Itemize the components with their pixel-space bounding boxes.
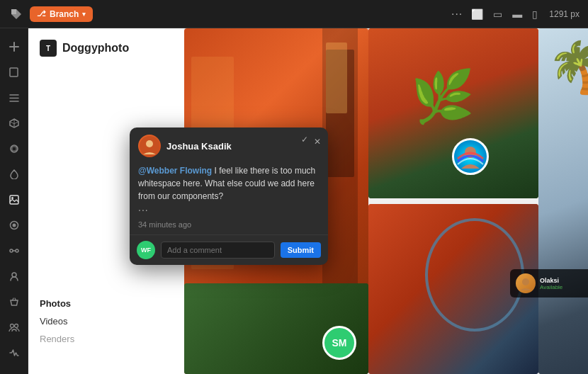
svg-point-9 (10, 324, 13, 328)
brand-name: Doggyphoto (62, 42, 129, 55)
monitor-icon[interactable]: ▬ (512, 8, 522, 20)
app-logo[interactable] (9, 6, 24, 22)
svg-point-3 (11, 197, 13, 199)
mobile-icon[interactable]: ▯ (532, 8, 538, 20)
content-area: T Doggyphoto Photos Videos Renders 🌴 (28, 28, 588, 374)
sidebar-item-page[interactable] (3, 61, 26, 84)
popup-comment-text: @Webber Flowing I feel like there is too… (138, 164, 320, 203)
avatar-sm[interactable]: SM (322, 326, 356, 360)
panel-nav-videos[interactable]: Videos (40, 312, 173, 330)
svg-rect-2 (10, 196, 18, 204)
sidebar-item-team[interactable] (3, 316, 26, 339)
commenter-avatar: WF (137, 241, 155, 259)
user-card-avatar (516, 273, 536, 293)
desktop-icon[interactable]: ⬜ (471, 8, 483, 20)
topbar: ⎇ Branch ▾ ··· ⬜ ▭ ▬ ▯ 1291 px (0, 0, 588, 28)
panel-nav-renders[interactable]: Renders (40, 330, 173, 348)
svg-point-7 (16, 249, 18, 252)
user-card-info: Olaksi Available (540, 277, 582, 290)
sidebar-item-drops[interactable] (3, 163, 26, 186)
sidebar-item-layers[interactable] (3, 137, 26, 160)
svg-point-6 (10, 249, 13, 252)
branch-icon: ⎇ (37, 9, 46, 18)
px-value: 1291 px (549, 9, 579, 19)
sidebar-item-menu[interactable] (3, 86, 26, 109)
user-card[interactable]: Olaksi Available (510, 269, 588, 298)
sidebar-item-connect[interactable] (3, 239, 26, 262)
popup-confirm-icon[interactable]: ✓ (301, 135, 308, 144)
sidebar-item-basket[interactable] (3, 290, 26, 313)
sidebar-item-shapes[interactable] (3, 214, 26, 237)
popup-username: Joshua Ksadik (166, 141, 232, 152)
user-card-status: Available (540, 284, 582, 290)
branch-label: Branch (50, 9, 79, 19)
topbar-view-icons: ⬜ ▭ ▬ ▯ (471, 8, 538, 20)
sidebar-item-user[interactable] (3, 265, 26, 288)
svg-point-10 (14, 324, 18, 328)
popup-header: Joshua Ksadik ✓ ✕ (130, 128, 328, 162)
avatar-sm-initials: SM (332, 337, 347, 348)
panel-nav-photos[interactable]: Photos (40, 295, 173, 312)
left-sidebar (0, 28, 28, 374)
popup-comment-input-area: WF Submit (130, 234, 328, 265)
tablet-icon[interactable]: ▭ (493, 8, 502, 20)
svg-point-20 (146, 140, 153, 147)
user-card-name: Olaksi (540, 277, 582, 284)
chevron-down-icon: ▾ (82, 11, 86, 18)
popup-close-icon[interactable]: ✕ (314, 137, 321, 147)
popup-timestamp: 34 minutes ago (138, 220, 320, 229)
svg-rect-0 (10, 68, 18, 76)
svg-point-18 (522, 278, 529, 285)
brand-icon: T (40, 40, 57, 57)
popup-mention: @Webber Flowing (138, 166, 212, 176)
comment-input[interactable] (161, 242, 275, 259)
comment-popup: Joshua Ksadik ✓ ✕ @Webber Flowing I feel… (130, 128, 328, 265)
popup-user-avatar (138, 135, 161, 157)
plant-decoration: 🌿 (411, 71, 475, 122)
submit-button[interactable]: Submit (281, 242, 321, 258)
popup-body: @Webber Flowing I feel like there is too… (130, 162, 328, 234)
brand-logo: T Doggyphoto (40, 40, 173, 57)
topbar-more-icon[interactable]: ··· (448, 5, 465, 23)
canvas-image-far-right: 🌴 (538, 28, 588, 374)
sidebar-item-pulse[interactable] (3, 341, 26, 364)
popup-options-icon[interactable]: ··· (138, 204, 149, 215)
sidebar-item-add[interactable] (3, 35, 26, 58)
main-layout: T Doggyphoto Photos Videos Renders 🌴 (0, 28, 588, 374)
svg-point-8 (12, 273, 16, 277)
sidebar-item-cube[interactable] (3, 112, 26, 135)
avatar-teal[interactable] (452, 138, 489, 175)
branch-button[interactable]: ⎇ Branch ▾ (30, 6, 93, 22)
svg-point-5 (12, 224, 16, 227)
sidebar-item-image[interactable] (3, 188, 26, 211)
